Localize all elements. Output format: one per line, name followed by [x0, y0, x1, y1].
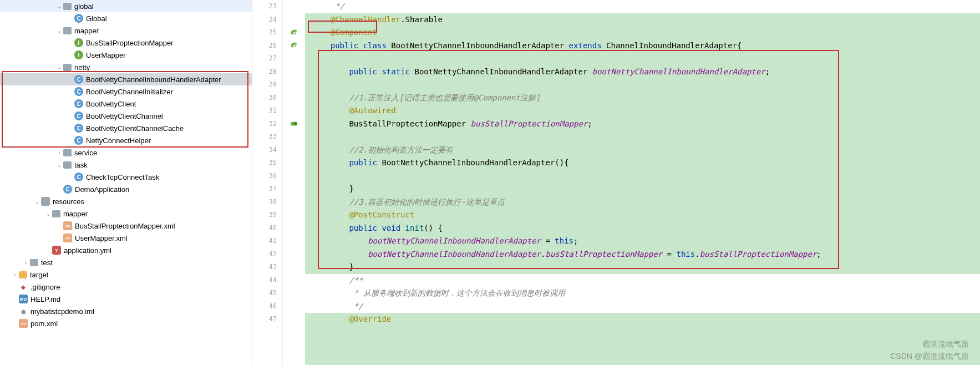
chevron-icon[interactable]: › — [55, 150, 63, 156]
tree-item-mapper[interactable]: ⌄mapper — [0, 207, 252, 220]
code-editor[interactable]: 2324252627282930313233343536373839404142… — [252, 0, 980, 365]
gutter-icon-slot — [283, 209, 305, 222]
watermark-text-1: 霸道流氓气质 — [922, 339, 969, 349]
code-line[interactable]: bootNettyChannelInboundHandlerAdapter.bu… — [305, 248, 980, 261]
tree-item-bootnettychannelinitializer[interactable]: ›CBootNettyChannelInitializer — [0, 85, 252, 98]
code-line[interactable]: bootNettyChannelInboundHandlerAdapter = … — [305, 235, 980, 248]
code-line[interactable]: //3.容器初始化的时候进行执行-这里是重点 — [305, 196, 980, 209]
line-number: 39 — [252, 209, 282, 222]
tree-item-demoapplication[interactable]: ›CDemoApplication — [0, 183, 252, 195]
line-number: 25 — [252, 26, 282, 39]
tree-item-label: BootNettyChannelInboundHandlerAdapter — [86, 75, 221, 84]
tree-item-usermapper-xml[interactable]: ›<>UserMapper.xml — [0, 232, 252, 244]
tree-item-checktcpconnecttask[interactable]: ›CCheckTcpConnectTask — [0, 171, 252, 183]
code-line[interactable]: @Override — [305, 313, 980, 326]
tree-item-mapper[interactable]: ⌄mapper — [0, 24, 252, 37]
code-line[interactable]: */ — [305, 0, 980, 13]
tree-item-label: target — [30, 271, 48, 279]
code-line[interactable]: } — [305, 261, 980, 274]
code-line[interactable] — [305, 130, 980, 144]
project-tree[interactable]: ⌄global›CGlobal⌄mapper›IBusStallProptect… — [0, 0, 252, 365]
code-line[interactable] — [305, 78, 980, 92]
line-number: 42 — [252, 248, 282, 261]
chevron-icon[interactable]: ⌄ — [44, 211, 52, 217]
tree-item-service[interactable]: ›service — [0, 146, 252, 159]
tree-item-global[interactable]: ›CGlobal — [0, 12, 252, 24]
tree-item-label: BusStallProptectionMapper — [86, 39, 174, 47]
tree-item-bootnettyclient[interactable]: ›CBootNettyClient — [0, 98, 252, 110]
tree-item-busstallproptectionmapper[interactable]: ›IBusStallProptectionMapper — [0, 37, 252, 49]
xml-icon: <> — [63, 221, 72, 230]
code-line[interactable]: @PostConstruct — [305, 209, 980, 222]
line-number: 24 — [252, 13, 282, 27]
tree-item-task[interactable]: ⌄task — [0, 159, 252, 171]
tree-item-label: DemoApplication — [75, 185, 129, 194]
tree-item-label: BootNettyClientChannelCache — [86, 124, 184, 133]
code-line[interactable]: } — [305, 182, 980, 196]
tree-item-target[interactable]: ›target — [0, 268, 252, 281]
tree-item-resources[interactable]: ⌄resources — [0, 195, 252, 207]
tree-item-label: NettyConnectHelper — [86, 136, 151, 145]
folder-res-icon — [41, 197, 50, 206]
chevron-icon[interactable]: › — [11, 272, 19, 278]
tree-item-mybatistcpdemo-iml[interactable]: ›◉mybatistcpdemo.iml — [0, 305, 252, 317]
class-c-icon: C — [74, 173, 83, 181]
tree-item-global[interactable]: ⌄global — [0, 0, 252, 12]
tree-item-bootnettyclientchannelcache[interactable]: ›CBootNettyClientChannelCache — [0, 122, 252, 134]
tree-item-label: CheckTcpConnectTask — [86, 173, 159, 181]
tree-item-nettyconnecthelper[interactable]: ›CNettyConnectHelper — [0, 134, 252, 146]
code-line[interactable]: BusStallProptectionMapper busStallPropte… — [305, 118, 980, 131]
gutter-icon-slot — [283, 287, 305, 300]
code-line[interactable]: */ — [305, 300, 980, 313]
gutter-icon-slot — [283, 196, 305, 209]
code-line[interactable]: @Component — [305, 26, 980, 39]
code-line[interactable]: public BootNettyChannelInboundHandlerAda… — [305, 156, 980, 170]
chevron-icon[interactable]: ⌄ — [55, 3, 63, 9]
gutter-icon-slot — [283, 300, 305, 313]
line-gutter: 2324252627282930313233343536373839404142… — [252, 0, 283, 365]
chevron-icon[interactable]: ⌄ — [55, 162, 63, 168]
tree-item-netty[interactable]: ⌄netty — [0, 61, 252, 73]
tree-item-label: resources — [53, 197, 84, 206]
tree-item-test[interactable]: ›test — [0, 256, 252, 268]
code-line[interactable]: //2.初始化构造方法一定要有 — [305, 144, 980, 157]
gutter-icon-slot — [283, 0, 305, 13]
code-line[interactable]: //1.正常注入[记得主类也需要使用@Component注解] — [305, 92, 980, 105]
gutter-icon-slot — [283, 144, 305, 157]
tree-item-label: pom.xml — [31, 320, 58, 328]
tree-item-usermapper[interactable]: ›IUserMapper — [0, 49, 252, 61]
tree-item--gitignore[interactable]: ›◆.gitignore — [0, 281, 252, 293]
tree-item-busstallproptectionmapper-xml[interactable]: ›<>BusStallProptectionMapper.xml — [0, 220, 252, 232]
xml-icon: <> — [19, 319, 28, 328]
tree-item-bootnettyclientchannel[interactable]: ›CBootNettyClientChannel — [0, 110, 252, 122]
code-line[interactable]: @Autowired — [305, 104, 980, 118]
code-line[interactable]: * 从服务端收到新的数据时，这个方法会在收到消息时被调用 — [305, 287, 980, 300]
folder-icon — [63, 149, 72, 156]
gutter-icon-slot — [283, 39, 305, 53]
tree-item-help-md[interactable]: ›MDHELP.md — [0, 293, 252, 305]
class-c-icon: C — [74, 111, 83, 120]
code-line[interactable]: @ChannelHandler.Sharable — [305, 13, 980, 27]
line-number: 29 — [252, 78, 282, 92]
tree-item-application-yml[interactable]: ›Yapplication.yml — [0, 244, 252, 256]
code-line[interactable]: /** — [305, 274, 980, 287]
code-line[interactable] — [305, 170, 980, 183]
chevron-icon[interactable]: › — [22, 260, 30, 266]
code-line[interactable]: public void init() { — [305, 222, 980, 235]
line-number: 23 — [252, 0, 282, 13]
chevron-icon[interactable]: ⌄ — [33, 199, 41, 205]
folder-icon — [63, 3, 72, 10]
line-number: 26 — [252, 39, 282, 53]
tree-item-bootnettychannelinboundhandleradapter[interactable]: ›CBootNettyChannelInboundHandlerAdapter — [0, 73, 252, 85]
chevron-icon[interactable]: ⌄ — [55, 28, 63, 34]
class-c-icon: C — [74, 124, 83, 133]
gutter-icon-slot — [283, 313, 305, 326]
tree-item-pom-xml[interactable]: ›<>pom.xml — [0, 317, 252, 329]
gutter-icon-slot — [283, 26, 305, 39]
code-line[interactable] — [305, 52, 980, 65]
gutter-icon-slot — [283, 52, 305, 65]
chevron-icon[interactable]: ⌄ — [55, 64, 63, 70]
code-area[interactable]: */ @ChannelHandler.Sharable @Component p… — [305, 0, 980, 365]
code-line[interactable]: public class BootNettyChannelInboundHand… — [305, 39, 980, 53]
code-line[interactable]: public static BootNettyChannelInboundHan… — [305, 65, 980, 79]
